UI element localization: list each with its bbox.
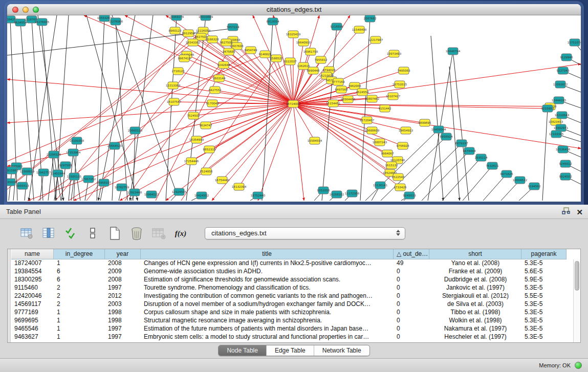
delete-table-icon[interactable] bbox=[129, 226, 144, 240]
memory-status-indicator[interactable] bbox=[575, 362, 582, 369]
network-node[interactable]: 3915981 bbox=[7, 167, 18, 174]
network-node[interactable]: 7524856 bbox=[200, 168, 213, 175]
network-node[interactable]: 16782759 bbox=[115, 184, 129, 191]
network-node[interactable]: 8960123 bbox=[169, 27, 182, 34]
network-canvas[interactable]: 8960123891295412226058982750381863281822… bbox=[7, 15, 581, 201]
column-header-in_degree[interactable]: in_degree bbox=[54, 249, 105, 259]
network-node[interactable]: 9984067 bbox=[381, 150, 394, 157]
network-node[interactable]: 16258102 bbox=[330, 191, 344, 198]
network-node[interactable]: 12923448 bbox=[127, 189, 142, 196]
table-row[interactable]: 1830029562008Estimation of significance … bbox=[11, 276, 573, 284]
network-node[interactable]: 1588520 bbox=[270, 55, 283, 62]
network-node[interactable]: 20564486 bbox=[341, 96, 356, 103]
tab-network-table[interactable]: Network Table bbox=[314, 345, 369, 356]
table-row[interactable]: 977716911998Corpus callosum shape and si… bbox=[11, 309, 573, 317]
network-node[interactable]: 10688609 bbox=[365, 127, 380, 134]
network-node[interactable]: 12444195 bbox=[552, 97, 567, 104]
table-row[interactable]: 1872400712008Changes of HCN gene express… bbox=[11, 259, 573, 268]
network-node[interactable]: 9245033 bbox=[403, 192, 416, 199]
table-row[interactable]: 2242004622012Investigating the contribut… bbox=[11, 292, 573, 300]
network-node[interactable]: 7524502 bbox=[187, 112, 200, 119]
network-node[interactable]: 16107547 bbox=[167, 98, 182, 105]
column-header-year[interactable]: year bbox=[105, 249, 141, 259]
scrollbar-thumb[interactable] bbox=[575, 261, 579, 291]
network-node[interactable]: 12942757 bbox=[36, 169, 51, 176]
network-node[interactable]: 8990448 bbox=[307, 67, 320, 74]
network-node[interactable]: 8186328 bbox=[206, 36, 219, 43]
column-header-title[interactable]: title bbox=[141, 249, 394, 259]
network-node[interactable]: 17353964 bbox=[66, 149, 81, 156]
network-node[interactable]: 17957252 bbox=[81, 176, 96, 183]
network-node[interactable]: 18132394 bbox=[232, 183, 247, 190]
network-node[interactable]: 10536416 bbox=[556, 146, 571, 153]
network-node[interactable]: 3475685 bbox=[223, 48, 235, 55]
table-selector-dropdown[interactable]: citations_edges.txt bbox=[205, 227, 405, 239]
network-node[interactable]: 2718120 bbox=[172, 68, 185, 75]
network-node[interactable]: 15751074 bbox=[568, 39, 581, 46]
zoom-window-icon[interactable] bbox=[33, 7, 39, 13]
table-row[interactable]: 946362711997Embryonic stem cells: a mode… bbox=[11, 333, 573, 341]
network-node[interactable]: 9899695 bbox=[419, 119, 431, 126]
network-node[interactable]: 2087682 bbox=[364, 15, 377, 22]
network-node[interactable]: 12505135 bbox=[67, 173, 82, 180]
network-node[interactable]: 18640910 bbox=[296, 39, 311, 46]
network-node[interactable]: 16210643 bbox=[555, 112, 570, 119]
network-node[interactable]: 2935114 bbox=[475, 154, 488, 161]
network-node[interactable]: 20660120 bbox=[128, 127, 143, 134]
network-node[interactable]: 5905513 bbox=[16, 182, 29, 189]
close-panel-icon[interactable]: ✕ bbox=[576, 208, 583, 217]
network-node[interactable]: 12093872 bbox=[553, 81, 568, 88]
column-header-name[interactable]: name bbox=[11, 249, 54, 259]
new-table-icon[interactable] bbox=[107, 226, 122, 240]
network-node[interactable]: 9352056 bbox=[317, 187, 330, 194]
network-node[interactable]: 16354999 bbox=[189, 136, 204, 143]
network-node[interactable]: 7485083 bbox=[398, 67, 410, 74]
table-row[interactable]: 911546021997Tourette syndrome. Phenomeno… bbox=[11, 284, 573, 292]
network-node[interactable]: 11568829 bbox=[20, 168, 35, 175]
network-node[interactable]: 10807482 bbox=[365, 95, 379, 102]
network-node[interactable]: 12217987 bbox=[368, 36, 383, 43]
network-node[interactable]: 2522547 bbox=[392, 173, 405, 181]
network-node[interactable]: 11451944 bbox=[51, 170, 66, 177]
network-node[interactable]: 3624554 bbox=[356, 89, 369, 96]
table-vertical-scrollbar[interactable] bbox=[573, 259, 580, 342]
network-window-titlebar[interactable]: citations_edges.txt bbox=[7, 4, 581, 15]
network-node[interactable]: 12103345 bbox=[549, 130, 564, 138]
float-panel-icon[interactable] bbox=[562, 207, 570, 217]
network-node[interactable]: 1615132 bbox=[385, 162, 398, 169]
network-node[interactable]: 8471626 bbox=[500, 170, 513, 178]
table-row[interactable]: 946554611997Estimation of the future num… bbox=[11, 325, 573, 333]
network-node[interactable]: 18409544 bbox=[431, 126, 446, 133]
network-node[interactable]: 16033809 bbox=[199, 15, 213, 20]
network-node[interactable]: 6497568 bbox=[335, 86, 348, 93]
network-node[interactable]: 15276066 bbox=[108, 18, 123, 25]
column-header-out_degree[interactable]: △ out_de… bbox=[394, 249, 429, 259]
network-node[interactable]: 12213389 bbox=[166, 82, 181, 89]
network-node[interactable]: 15584554 bbox=[308, 137, 322, 144]
table-row[interactable]: 1456911722003Disruption of a novel membe… bbox=[11, 300, 573, 309]
network-node[interactable]: 9967412 bbox=[178, 55, 191, 62]
network-node[interactable]: 18191058 bbox=[70, 137, 84, 144]
network-node[interactable]: 9634747 bbox=[200, 122, 212, 129]
network-node[interactable]: 9215953 bbox=[541, 105, 554, 112]
network-node[interactable]: 15136141 bbox=[373, 182, 388, 189]
network-node[interactable]: 9185038 bbox=[7, 179, 17, 186]
network-node[interactable]: 18325419 bbox=[286, 31, 301, 38]
network-node[interactable]: 8322037 bbox=[284, 58, 297, 65]
row-height-icon[interactable] bbox=[85, 226, 100, 240]
network-node[interactable]: 15276805 bbox=[35, 18, 50, 26]
network-node[interactable]: 10973493 bbox=[387, 50, 402, 57]
network-node[interactable]: 10684522 bbox=[513, 177, 527, 184]
network-node[interactable]: 19654923 bbox=[399, 127, 413, 134]
network-node[interactable]: 12924505 bbox=[172, 188, 187, 195]
network-node[interactable]: 16754449 bbox=[215, 177, 230, 184]
network-node[interactable]: 8912954 bbox=[182, 30, 195, 37]
column-header-short[interactable]: short bbox=[429, 249, 521, 259]
network-node[interactable]: 8813054 bbox=[267, 18, 279, 25]
network-node[interactable]: 9297588 bbox=[59, 162, 72, 169]
network-node[interactable]: 9474444 bbox=[463, 147, 476, 155]
tab-node-table[interactable]: Node Table bbox=[219, 345, 267, 356]
network-node[interactable]: 8852315 bbox=[203, 146, 216, 153]
network-node[interactable]: 7632621 bbox=[486, 162, 499, 169]
network-node[interactable]: 20664520 bbox=[107, 142, 122, 149]
